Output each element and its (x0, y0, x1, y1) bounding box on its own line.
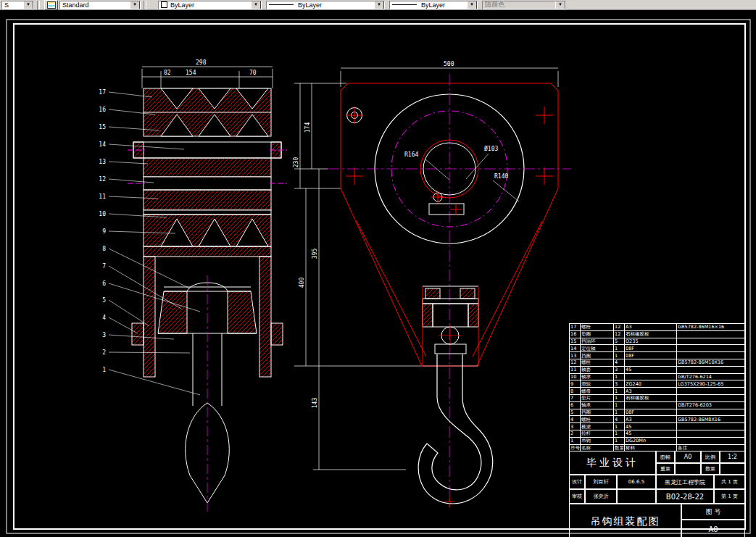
bom-row: 15 挡油环 5 Q235 (570, 338, 746, 345)
callout-3: 3 (102, 332, 106, 338)
bom-row: 8 螺母 1 A3 (570, 388, 746, 395)
bom-cell-name: 拉杆 (581, 430, 614, 437)
bom-cell-no: 7 (570, 394, 581, 401)
dim-label-230: 230 (293, 157, 299, 168)
bom-cell-qty: 12 (614, 330, 625, 338)
bom-cell-material: 石棉橡胶板 (625, 394, 677, 401)
bom-cell-no: 2 (570, 430, 581, 437)
label-r164: R164 (404, 151, 418, 158)
bom-cell-qty: 1 (614, 430, 625, 437)
bom-cell-name: 螺母 (581, 388, 614, 395)
left-section-view: 298 82 154 70 (99, 59, 287, 512)
callout-6: 6 (102, 280, 106, 287)
toolbar-separator (144, 1, 146, 9)
bom-cell-no: 10 (570, 373, 581, 380)
current-color-swatch (161, 1, 167, 8)
bom-cell-material: 08F (625, 345, 677, 352)
bom-cell-qty: 4 (614, 359, 625, 366)
bom-row: 9 滑轮 3 ZG240 LG375X290-125-65 (570, 380, 746, 388)
color-combo[interactable]: ByLayer ▼ (158, 1, 262, 9)
bom-row: 1 吊钩 1 DG20Mn (570, 437, 746, 444)
chevron-down-icon[interactable]: ▼ (251, 1, 261, 9)
chevron-down-icon[interactable]: ▼ (467, 1, 477, 9)
properties-toolbar: S ▼ Standard ▼ ByLayer ▼ ByLayer ▼ ByLay… (0, 0, 756, 10)
linetype-sample-icon (269, 4, 294, 5)
total-pages: 共 1 页 (714, 475, 745, 489)
bom-cell-standard (677, 394, 746, 401)
bom-cell-name: 轴承 (581, 401, 614, 409)
callout-9: 9 (102, 228, 106, 235)
bom-cell-material: Q235 (625, 338, 677, 345)
callout-14: 14 (99, 141, 106, 148)
bom-cell-standard (677, 352, 746, 359)
checker-label: 审核 (569, 489, 585, 504)
pulley-circles (328, 74, 571, 507)
dim-label-400: 400 (299, 278, 305, 288)
title-block: 17 螺栓 12 A3 GB5782-86M16×16 16 垫圈 12 石棉橡… (569, 323, 745, 537)
bom-row: 12 螺栓 4 GB5782-86M10X16 (570, 359, 746, 366)
linetype-combo[interactable]: ByLayer ▼ (266, 1, 385, 9)
dim-label-c: 70 (249, 70, 257, 76)
weight-label: 重量 (656, 463, 675, 475)
bom-cell-standard: LG375X290-125-65 (677, 380, 746, 388)
bom-row: 16 垫圈 12 石棉橡胶板 (570, 330, 746, 338)
bom-cell-material: A3 (625, 416, 677, 423)
bom-cell-no: 17 (570, 324, 581, 331)
bom-cell-qty: 1 (614, 388, 625, 395)
bom-cell-no: 13 (570, 352, 581, 359)
bom-cell-qty: 3 (614, 366, 625, 373)
sheave-block-bottom (144, 215, 271, 257)
dim-style-value: S (4, 1, 9, 9)
weight-value (675, 463, 701, 475)
label-r140: R140 (494, 173, 508, 180)
bom-cell-standard (677, 366, 746, 373)
chevron-down-icon[interactable]: ▼ (130, 1, 140, 9)
bom-cell-material: A3 (625, 324, 677, 331)
bom-cell-name: 挡油环 (581, 338, 614, 345)
chevron-down-icon[interactable]: ▼ (374, 1, 384, 9)
figure-number-value: A0 (681, 520, 745, 537)
bom-table: 17 螺栓 12 A3 GB5782-86M16×16 16 垫圈 12 石棉橡… (569, 323, 746, 451)
bom-row: 5 挡圈 1 08F (570, 409, 746, 416)
bom-cell-standard (677, 330, 746, 338)
designer-label: 设计 (569, 475, 585, 489)
bom-cell-material: 45 (625, 423, 677, 430)
layer-properties-button[interactable] (44, 0, 58, 10)
drawing-number: B02-28-22 (656, 489, 714, 504)
chevron-down-icon[interactable]: ▼ (23, 1, 33, 9)
text-style-combo[interactable]: Standard ▼ (59, 1, 141, 9)
drawing-title: 吊钩组装配图 (569, 504, 681, 537)
callout-15: 15 (99, 124, 106, 130)
checker-date (617, 489, 656, 504)
callout-2: 2 (102, 349, 106, 356)
bom-cell-no: 8 (570, 388, 581, 395)
lineweight-combo[interactable]: ByLayer ▼ (389, 1, 478, 9)
bom-cell-qty: 1 (614, 394, 625, 401)
bom-cell-material (625, 373, 677, 380)
bom-cell-material: 石棉橡胶板 (625, 330, 677, 338)
bom-row: 6 轴承 1 GB/T276-6203 (570, 401, 746, 409)
callout-17: 17 (99, 89, 106, 96)
bom-cell-standard: GB/T276-6214 (677, 373, 746, 380)
bom-row: 13 挡圈 1 08F (570, 352, 746, 359)
chevron-down-icon[interactable]: ▼ (555, 1, 565, 9)
dim-label-overall: 298 (196, 59, 207, 66)
toolbar-separator (37, 1, 40, 9)
plot-style-combo[interactable]: 随颜色 ▼ (482, 1, 566, 9)
hook-profile (418, 354, 493, 507)
bom-cell-name: 螺栓 (581, 359, 614, 366)
bom-cell-qty: 1 (614, 409, 625, 416)
quantity-label: 数量 (701, 463, 720, 475)
bom-cell-qty: 5 (614, 338, 625, 345)
page-number: 第 1 页 (714, 489, 745, 504)
dim-style-combo[interactable]: S ▼ (1, 1, 34, 9)
dim-label-a: 82 (164, 70, 171, 76)
lineweight-sample-icon (392, 4, 417, 5)
bom-cell-standard (677, 430, 746, 437)
right-front-view: 500 174 230 395 400 143 (293, 61, 571, 507)
bom-cell-name: 垫圈 (581, 330, 614, 338)
bom-row: 3 横梁 1 45 (570, 423, 746, 430)
figure-number-label: 图 号 (681, 504, 745, 520)
quantity-value (720, 463, 745, 475)
bom-cell-name: 螺栓 (581, 324, 614, 331)
